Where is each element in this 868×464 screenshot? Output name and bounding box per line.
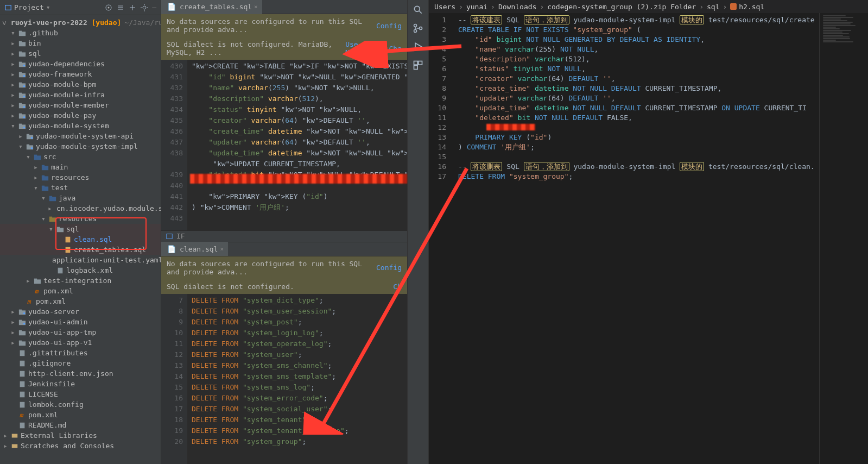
collapse-icon[interactable] bbox=[128, 3, 137, 12]
close-icon[interactable]: × bbox=[254, 3, 258, 10]
tree-item-resources[interactable]: ▾resources bbox=[0, 214, 161, 224]
breadcrumb-item[interactable]: codegen-system_group (2).zip Folder bbox=[547, 3, 696, 11]
tree-item-java[interactable]: ▾java bbox=[0, 193, 161, 203]
structure-bar[interactable]: IF bbox=[161, 230, 407, 242]
target-icon[interactable] bbox=[104, 3, 113, 12]
svg-rect-60 bbox=[34, 278, 37, 280]
change-link[interactable]: Ch bbox=[393, 283, 402, 291]
tab-clean-sql[interactable]: 📄 clean.sql × bbox=[161, 242, 228, 256]
tree-item--gitattributes[interactable]: .gitattributes bbox=[0, 348, 161, 358]
vsc-editor-body[interactable]: 1234567891011121314151617 -- 将该建表 SQL 语句… bbox=[429, 13, 868, 464]
tab-label: clean.sql bbox=[180, 245, 218, 253]
use-mariadb-link[interactable]: Use MariaDB bbox=[345, 40, 382, 57]
tree-item-create-tables-sql[interactable]: create_tables.sql bbox=[0, 244, 161, 255]
tree-item-clean-sql[interactable]: clean.sql bbox=[0, 234, 161, 244]
tree-item-yudao-dependencies[interactable]: ▸yudao-dependencies bbox=[0, 59, 161, 69]
svg-rect-39 bbox=[34, 154, 37, 156]
project-icon bbox=[4, 4, 12, 11]
tree-item-yudao-ui-app-v1[interactable]: ▸yudao-ui-app-v1 bbox=[0, 337, 161, 348]
vsc-code[interactable]: -- 将该建表 SQL 语句，添加到 yudao-module-system-i… bbox=[454, 13, 819, 464]
editor2-tabs: 📄 clean.sql × bbox=[161, 242, 407, 256]
minimap[interactable] bbox=[819, 13, 868, 464]
svg-rect-71 bbox=[19, 341, 26, 346]
hide-icon[interactable]: — bbox=[152, 3, 156, 11]
tree-item-http-client-env-json[interactable]: http-client.env.json bbox=[0, 368, 161, 379]
breadcrumb-item[interactable]: yunai bbox=[466, 3, 487, 11]
change-link[interactable]: Cha bbox=[389, 45, 402, 53]
activity-rail bbox=[407, 0, 429, 464]
breadcrumb[interactable]: Users›yunai›Downloads›codegen-system_gro… bbox=[429, 0, 868, 13]
close-icon[interactable]: × bbox=[220, 246, 224, 253]
svg-rect-52 bbox=[57, 228, 64, 232]
breadcrumb-item[interactable]: h2.sql bbox=[730, 3, 764, 11]
svg-point-16 bbox=[23, 74, 26, 77]
tree-item--gitignore[interactable]: .gitignore bbox=[0, 358, 161, 368]
tree-item-main[interactable]: ▸main bbox=[0, 162, 161, 172]
tree-item-license[interactable]: LICENSE bbox=[0, 389, 161, 399]
tree-item-yudao-module-system[interactable]: ▾yudao-module-system bbox=[0, 121, 161, 131]
tree-item-yudao-module-member[interactable]: ▸yudao-module-member bbox=[0, 100, 161, 110]
project-title[interactable]: Project ▾ bbox=[4, 3, 50, 11]
tree-item-sql[interactable]: ▾sql bbox=[0, 224, 161, 234]
extensions-icon[interactable] bbox=[413, 60, 423, 71]
editor1[interactable]: 4304314324334344354364374384394404414424… bbox=[161, 60, 407, 230]
search-icon[interactable] bbox=[413, 4, 423, 15]
tree-item-lombok-config[interactable]: lombok.config bbox=[0, 399, 161, 410]
project-tree[interactable]: vruoyi-vue-pro-2022 [yudao]~/Java/ruoyi-… bbox=[0, 15, 161, 464]
editor2-gutter: 7891011121314151617181920 bbox=[161, 294, 187, 465]
tree-item-cn-iocoder-yudao-module-s[interactable]: ▸cn.iocoder.yudao.module.s bbox=[0, 203, 161, 214]
tree-item-test-integration[interactable]: ▸test-integration bbox=[0, 275, 161, 286]
svg-rect-59 bbox=[34, 279, 41, 284]
gear-icon[interactable] bbox=[140, 3, 149, 12]
configure-link[interactable]: Config bbox=[376, 22, 402, 30]
svg-rect-40 bbox=[42, 166, 48, 170]
tree-item-yudao-module-pay[interactable]: ▸yudao-module-pay bbox=[0, 110, 161, 121]
svg-rect-36 bbox=[27, 144, 29, 146]
tree-item-yudao-module-system-api[interactable]: ▸yudao-module-system-api bbox=[0, 131, 161, 141]
tree-item-yudao-framework[interactable]: ▸yudao-framework bbox=[0, 69, 161, 79]
tree-item-yudao-module-bpm[interactable]: ▸yudao-module-bpm bbox=[0, 79, 161, 90]
tree-item-yudao-ui-admin[interactable]: ▸yudao-ui-admin bbox=[0, 317, 161, 327]
tree-item-yudao-module-system-impl[interactable]: ▾yudao-module-system-impl bbox=[0, 141, 161, 152]
tree-item-yudao-ui-app-tmp[interactable]: ▸yudao-ui-app-tmp bbox=[0, 327, 161, 337]
svg-point-19 bbox=[23, 85, 26, 87]
tab-create-tables[interactable]: 📄 create_tables.sql × bbox=[161, 0, 262, 14]
tree-item-resources[interactable]: ▸resources bbox=[0, 172, 161, 183]
tree-item-jenkinsfile[interactable]: Jenkinsfile bbox=[0, 379, 161, 389]
datasource-banner-2: No data sources are configured to run th… bbox=[161, 256, 407, 279]
tree-item-bin[interactable]: ▸bin bbox=[0, 38, 161, 48]
editor1-code[interactable]: "kw">CREATE "kw">TABLE "kw">IF "kw">NOT … bbox=[187, 60, 407, 230]
editor2[interactable]: 7891011121314151617181920 DELETE FROM "s… bbox=[161, 294, 407, 465]
tree-item-src[interactable]: ▾src bbox=[0, 152, 161, 162]
tree-item-pom-xml[interactable]: mpom.xml bbox=[0, 296, 161, 306]
expand-icon[interactable] bbox=[116, 3, 125, 12]
breadcrumb-item[interactable]: Downloads bbox=[498, 3, 536, 11]
svg-rect-54 bbox=[66, 236, 71, 242]
banner-text: No data sources are configured to run th… bbox=[167, 17, 376, 34]
editor2-code[interactable]: DELETE FROM "system_dict_type";DELETE FR… bbox=[187, 294, 407, 465]
breadcrumb-item[interactable]: sql bbox=[707, 3, 719, 11]
tree-item-pom-xml[interactable]: mpom.xml bbox=[0, 410, 161, 420]
git-icon[interactable] bbox=[413, 23, 423, 34]
sidebar-header: Project ▾ — bbox=[0, 0, 161, 15]
struct-label: IF bbox=[176, 232, 185, 240]
tree-item-application-unit-test-yaml[interactable]: application-unit-test.yaml bbox=[0, 255, 161, 265]
tree-item-yudao-module-infra[interactable]: ▸yudao-module-infra bbox=[0, 90, 161, 100]
svg-rect-53 bbox=[57, 227, 60, 228]
configure-link[interactable]: Config bbox=[376, 264, 402, 272]
tree-item-sql[interactable]: ▸sql bbox=[0, 48, 161, 59]
breadcrumb-item[interactable]: Users bbox=[434, 3, 455, 11]
tree-item-yudao-server[interactable]: ▸yudao-server bbox=[0, 306, 161, 317]
tree-item-logback-xml[interactable]: logback.xml bbox=[0, 265, 161, 275]
svg-text:m: m bbox=[27, 298, 31, 305]
run-icon[interactable] bbox=[413, 41, 423, 52]
editor1-tabs: 📄 create_tables.sql × bbox=[161, 0, 407, 14]
tree-item--github[interactable]: ▾.github bbox=[0, 28, 161, 38]
tree-item-readme-md[interactable]: README.md bbox=[0, 420, 161, 430]
tree-item-test[interactable]: ▾test bbox=[0, 183, 161, 193]
svg-rect-8 bbox=[19, 41, 22, 42]
tree-item-pom-xml[interactable]: mpom.xml bbox=[0, 286, 161, 296]
svg-text:m: m bbox=[20, 411, 24, 419]
svg-rect-67 bbox=[19, 319, 22, 321]
svg-point-87 bbox=[420, 27, 422, 30]
